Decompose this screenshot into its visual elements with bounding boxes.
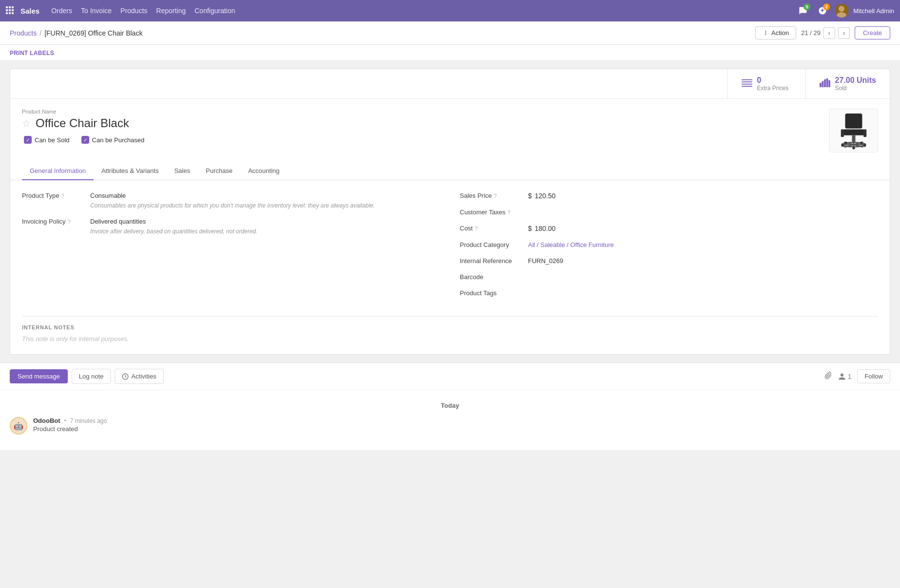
customer-taxes-field: Customer Taxes ? [460,209,878,216]
pager-prev[interactable]: ‹ [823,27,835,39]
cost-value: $ 180.00 [528,225,556,232]
tab-general-information[interactable]: General Information [22,162,94,180]
grid-icon[interactable] [6,6,14,16]
record-card: 0 Extra Prices 27.00 Units Sold Produc [10,69,890,355]
svg-rect-33 [841,129,844,137]
message-time: 7 minutes ago [70,417,107,424]
chatter: Send message Log note Activities 1 Follo… [0,362,900,450]
nav-reporting[interactable]: Reporting [156,5,186,17]
product-header: Product Name ☆ Office Chair Black ✓ Can … [10,99,890,162]
barcode-field: Barcode [460,273,878,281]
product-image[interactable] [829,109,878,152]
nav-products[interactable]: Products [120,5,147,17]
cost-help[interactable]: ? [475,226,478,231]
internal-reference-field: Internal Reference FURN_0269 [460,257,878,265]
activities-nav-icon[interactable]: 2 [815,3,830,18]
chatter-right: 1 Follow [824,369,890,383]
svg-line-37 [125,377,126,378]
followers-icon[interactable]: 1 [838,373,852,380]
svg-rect-8 [12,12,14,14]
nav-orders[interactable]: Orders [51,5,72,17]
nav-configuration[interactable]: Configuration [195,5,235,17]
tab-attributes-variants[interactable]: Attributes & Variants [94,162,167,180]
user-name[interactable]: Mitchell Admin [853,7,894,15]
customer-taxes-label: Customer Taxes ? [460,209,528,216]
top-navigation: Sales Orders To Invoice Products Reporti… [0,0,900,21]
app-name[interactable]: Sales [20,7,39,15]
svg-rect-21 [843,129,864,135]
activities-label: Activities [131,373,156,380]
sales-price-label: Sales Price ? [460,192,528,199]
messages-badge: 5 [803,3,810,10]
customer-taxes-help[interactable]: ? [508,209,510,215]
activities-button[interactable]: Activities [115,369,163,384]
product-type-value: Consumable Consumables are physical prod… [90,192,375,210]
create-button[interactable]: Create [855,26,890,39]
svg-rect-18 [826,78,828,87]
svg-rect-2 [12,6,14,8]
svg-rect-5 [12,9,14,11]
follow-button[interactable]: Follow [857,369,890,383]
tab-sales[interactable]: Sales [166,162,198,180]
svg-rect-12 [742,81,752,82]
messages-icon[interactable]: 5 [796,3,810,18]
can-be-purchased-label: Can be Purchased [92,136,145,144]
followers-count: 1 [848,373,852,380]
message-author: OdooBot [33,417,60,424]
can-be-purchased-checkbox[interactable]: ✓ Can be Purchased [81,136,145,144]
breadcrumb: Products / [FURN_0269] Office Chair Blac… [10,29,142,37]
log-note-button[interactable]: Log note [72,369,111,384]
print-labels-bar: PRINT LABELS [0,45,900,61]
stats-bar: 0 Extra Prices 27.00 Units Sold [10,69,890,99]
svg-rect-20 [845,114,862,129]
checkboxes-row: ✓ Can be Sold ✓ Can be Purchased [24,136,829,144]
barcode-label: Barcode [460,273,528,281]
favorite-star-icon[interactable]: ☆ [22,117,31,129]
internal-notes-input[interactable]: This note is only for internal purposes. [22,335,878,342]
units-sold-stat[interactable]: 27.00 Units Sold [805,69,890,98]
avatar[interactable] [835,4,848,18]
tabs-bar: General Information Attributes & Variant… [10,162,890,180]
product-type-field: Product Type ? Consumable Consumables ar… [22,192,440,210]
product-type-help[interactable]: ? [61,193,64,199]
internal-reference-label: Internal Reference [460,257,528,265]
nav-to-invoice[interactable]: To Invoice [81,5,112,17]
action-label: Action [771,29,789,37]
svg-point-10 [837,12,846,18]
day-separator: Today [10,402,890,409]
invoicing-policy-label: Invoicing Policy ? [22,218,90,225]
tab-accounting[interactable]: Accounting [240,162,287,180]
svg-rect-13 [742,83,752,84]
attachment-icon[interactable] [824,372,832,381]
svg-rect-17 [824,79,826,87]
tab-purchase[interactable]: Purchase [198,162,240,180]
invoicing-policy-help[interactable]: ? [68,219,71,225]
sales-price-help[interactable]: ? [494,193,497,199]
invoicing-policy-value: Delivered quantities Invoice after deliv… [90,218,257,236]
message-header: OdooBot • 7 minutes ago [33,417,890,424]
action-button[interactable]: Action [755,26,796,39]
chatter-body: Today 🤖 OdooBot • 7 minutes ago Product … [0,390,900,450]
svg-rect-3 [6,9,8,11]
send-message-button[interactable]: Send message [10,369,68,383]
units-sold-text: 27.00 Units Sold [835,76,876,92]
can-be-sold-checkbox[interactable]: ✓ Can be Sold [24,136,70,144]
cost-field: Cost ? $ 180.00 [460,225,878,232]
breadcrumb-parent[interactable]: Products [10,29,37,37]
invoicing-policy-field: Invoicing Policy ? Delivered quantities … [22,218,440,236]
breadcrumb-actions: Action 21 / 29 ‹ › Create [755,26,890,39]
svg-rect-22 [852,135,856,142]
svg-rect-4 [9,9,11,11]
svg-rect-0 [6,6,8,8]
extra-prices-stat[interactable]: 0 Extra Prices [727,69,805,98]
breadcrumb-current: [FURN_0269] Office Chair Black [44,29,142,37]
pager-next[interactable]: › [838,27,850,39]
print-labels-link[interactable]: PRINT LABELS [10,50,54,57]
svg-point-28 [841,144,844,147]
product-type-label: Product Type ? [22,192,90,199]
product-tags-field: Product Tags [460,289,878,297]
chatter-actions: Send message Log note Activities 1 Follo… [0,363,900,390]
product-title: Office Chair Black [36,116,129,130]
product-category-label: Product Category [460,241,528,248]
units-sold-count: 27.00 Units [835,76,876,85]
